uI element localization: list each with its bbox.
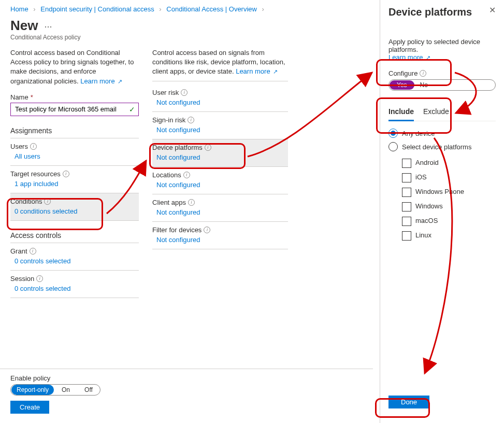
learn-more-link[interactable]: Learn more ↗ bbox=[388, 53, 430, 61]
info-icon[interactable] bbox=[181, 89, 188, 96]
name-input[interactable] bbox=[14, 105, 129, 114]
info-icon[interactable] bbox=[205, 144, 211, 151]
user-risk-item[interactable]: User risk Not configured bbox=[152, 84, 288, 112]
checkbox-label: iOS bbox=[415, 173, 427, 181]
configure-yes[interactable]: Yes bbox=[390, 80, 414, 90]
users-value[interactable]: All users bbox=[10, 152, 40, 160]
enable-policy-label: Enable policy bbox=[10, 374, 363, 382]
client-apps-value[interactable]: Not configured bbox=[152, 208, 200, 216]
device-platforms-panel: Device platforms ✕ Apply policy to selec… bbox=[380, 0, 504, 423]
conditions-column: Control access based on signals from con… bbox=[152, 48, 288, 298]
checkbox-label: Android bbox=[415, 159, 439, 166]
info-icon[interactable] bbox=[44, 198, 51, 205]
session-value[interactable]: 0 controls selected bbox=[10, 285, 70, 292]
panel-description: Apply policy to selected device platform… bbox=[388, 38, 496, 61]
done-button[interactable]: Done bbox=[388, 396, 429, 408]
device-platforms-item[interactable]: Device platforms Not configured bbox=[152, 139, 288, 167]
users-item[interactable]: Users All users bbox=[10, 138, 139, 166]
platform-checkbox-list: Android iOS Windows Phone Windows macOS … bbox=[402, 153, 496, 241]
radio-any-device[interactable]: Any device bbox=[388, 129, 496, 138]
info-icon[interactable] bbox=[188, 117, 194, 123]
conditions-label: Conditions bbox=[10, 198, 42, 205]
signin-risk-label: Sign-in risk bbox=[152, 116, 185, 124]
chevron-right-icon: › bbox=[262, 5, 264, 13]
checkbox-windows-phone[interactable]: Windows Phone bbox=[402, 188, 496, 197]
info-icon[interactable] bbox=[63, 171, 69, 177]
enable-on[interactable]: On bbox=[54, 385, 77, 395]
target-label: Target resources bbox=[10, 170, 61, 178]
breadcrumb-item[interactable]: Home bbox=[10, 5, 28, 13]
users-label: Users bbox=[10, 143, 28, 150]
checkbox-label: macOS bbox=[415, 217, 438, 224]
checkbox-icon bbox=[402, 173, 411, 182]
grant-value[interactable]: 0 controls selected bbox=[10, 257, 70, 265]
external-link-icon: ↗ bbox=[273, 68, 278, 75]
tab-include[interactable]: Include bbox=[388, 105, 414, 121]
signin-risk-item[interactable]: Sign-in risk Not configured bbox=[152, 112, 288, 139]
checkbox-android[interactable]: Android bbox=[402, 159, 496, 168]
info-icon[interactable] bbox=[204, 227, 210, 233]
locations-value[interactable]: Not configured bbox=[152, 181, 200, 189]
enable-off[interactable]: Off bbox=[77, 385, 100, 395]
session-item[interactable]: Session 0 controls selected bbox=[10, 271, 139, 298]
name-label: Name* bbox=[10, 93, 139, 101]
chevron-right-icon: › bbox=[159, 5, 161, 13]
conditions-item[interactable]: Conditions 0 conditions selected bbox=[10, 193, 139, 221]
chevron-right-icon: › bbox=[33, 5, 35, 13]
filter-devices-item[interactable]: Filter for devices Not configured bbox=[152, 222, 288, 249]
learn-more-link[interactable]: Learn more ↗ bbox=[236, 67, 278, 75]
radio-icon bbox=[388, 142, 398, 151]
info-icon[interactable] bbox=[30, 248, 36, 255]
radio-select-platforms[interactable]: Select device platforms bbox=[388, 142, 496, 151]
user-risk-label: User risk bbox=[152, 89, 179, 96]
learn-more-link[interactable]: Learn more ↗ bbox=[80, 77, 122, 85]
info-icon[interactable] bbox=[188, 199, 195, 206]
configure-no[interactable]: No bbox=[415, 80, 436, 90]
breadcrumb-item[interactable]: Conditional Access | Overview bbox=[166, 5, 257, 13]
column-description: Control access based on Conditional Acce… bbox=[10, 48, 139, 86]
close-icon[interactable]: ✕ bbox=[489, 5, 496, 15]
checkbox-icon bbox=[402, 159, 411, 168]
conditions-value[interactable]: 0 conditions selected bbox=[10, 207, 77, 215]
panel-title: Device platforms bbox=[388, 6, 472, 18]
signin-risk-value[interactable]: Not configured bbox=[152, 126, 200, 134]
tab-exclude[interactable]: Exclude bbox=[423, 105, 449, 121]
checkbox-icon bbox=[402, 217, 411, 226]
checkbox-icon bbox=[402, 231, 411, 241]
client-apps-item[interactable]: Client apps Not configured bbox=[152, 194, 288, 222]
name-input-wrap: ✓ bbox=[10, 103, 139, 116]
checkbox-ios[interactable]: iOS bbox=[402, 173, 496, 182]
locations-item[interactable]: Locations Not configured bbox=[152, 167, 288, 194]
info-icon[interactable] bbox=[183, 172, 190, 178]
assignments-column: Control access based on Conditional Acce… bbox=[10, 48, 139, 298]
configure-toggle[interactable]: Yes No bbox=[388, 79, 496, 91]
checkbox-label: Linux bbox=[415, 231, 431, 239]
info-icon[interactable] bbox=[30, 143, 37, 150]
external-link-icon: ↗ bbox=[118, 78, 122, 84]
create-button[interactable]: Create bbox=[10, 401, 49, 414]
more-icon[interactable]: ··· bbox=[44, 21, 52, 32]
grant-label: Grant bbox=[10, 247, 27, 255]
checkbox-linux[interactable]: Linux bbox=[402, 231, 496, 241]
info-icon[interactable] bbox=[36, 275, 43, 282]
include-exclude-tabs: Include Exclude bbox=[388, 105, 496, 121]
assignments-heading: Assignments bbox=[10, 126, 139, 138]
enable-report-only[interactable]: Report-only bbox=[11, 385, 54, 395]
external-link-icon: ↗ bbox=[426, 54, 430, 61]
client-apps-label: Client apps bbox=[152, 199, 186, 206]
filter-devices-value[interactable]: Not configured bbox=[152, 236, 200, 244]
checkbox-label: Windows Phone bbox=[415, 188, 464, 195]
target-value[interactable]: 1 app included bbox=[10, 180, 59, 188]
target-resources-item[interactable]: Target resources 1 app included bbox=[10, 166, 139, 193]
checkbox-windows[interactable]: Windows bbox=[402, 202, 496, 212]
grant-item[interactable]: Grant 0 controls selected bbox=[10, 243, 139, 271]
breadcrumb-item[interactable]: Endpoint security | Conditional access bbox=[40, 5, 154, 13]
column-description: Control access based on signals from con… bbox=[152, 48, 288, 81]
checkbox-macos[interactable]: macOS bbox=[402, 217, 496, 226]
footer-bar: Enable policy Report-only On Off Create bbox=[0, 369, 373, 423]
filter-devices-label: Filter for devices bbox=[152, 226, 201, 234]
enable-policy-toggle[interactable]: Report-only On Off bbox=[10, 384, 100, 396]
info-icon[interactable] bbox=[420, 70, 426, 77]
device-platforms-value[interactable]: Not configured bbox=[152, 153, 200, 161]
user-risk-value[interactable]: Not configured bbox=[152, 98, 200, 106]
